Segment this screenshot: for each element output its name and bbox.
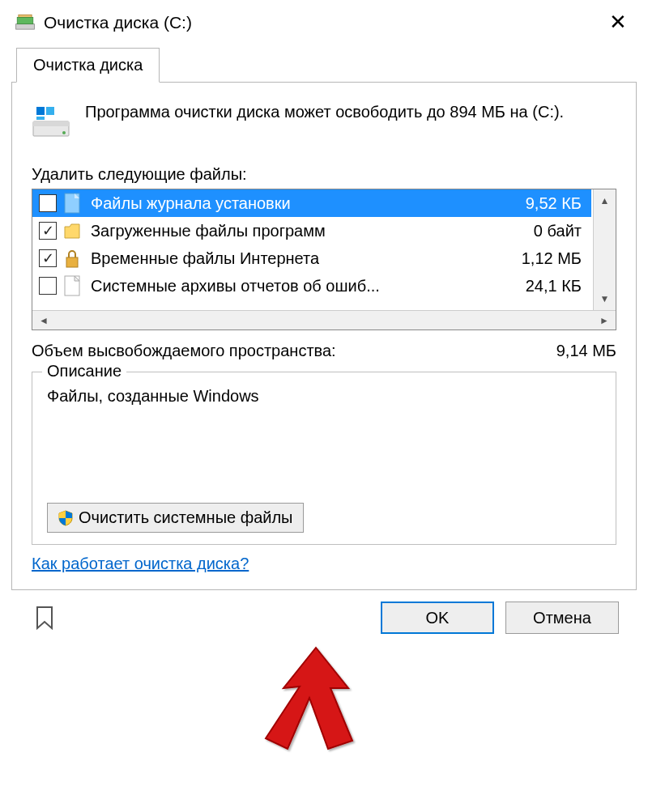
intro-text: Программа очистки диска может освободить… [85,100,564,142]
file-checkbox[interactable] [39,194,57,212]
titlebar-left: Очистка диска (C:) [15,12,192,33]
scroll-down-button[interactable]: ▼ [594,287,616,310]
titlebar: Очистка диска (C:) ✕ [0,0,648,43]
file-row[interactable]: Временные файлы Интернета1,12 МБ [32,244,591,272]
window-title: Очистка диска (C:) [44,13,192,32]
svg-rect-7 [46,107,54,115]
description-text: Файлы, созданные Windows [47,387,601,406]
horizontal-scrollbar[interactable]: ◄ ► [32,310,616,329]
shield-icon [58,510,74,526]
help-link[interactable]: Как работает очистка диска? [32,555,249,573]
file-row[interactable]: Файлы журнала установки9,52 КБ [32,189,591,217]
file-type-icon [63,275,81,296]
svg-rect-1 [19,15,32,17]
close-button[interactable]: ✕ [603,10,633,35]
file-name: Загруженные файлы программ [91,222,326,240]
button-bar: OK Отмена [11,590,637,634]
svg-rect-10 [66,257,78,267]
description-group: Описание Файлы, созданные Windows Очисти… [32,372,616,545]
file-size: 0 байт [534,222,582,240]
file-size: 1,12 МБ [522,249,582,268]
file-size: 9,52 КБ [526,194,582,213]
file-text: Загруженные файлы программ0 байт [87,220,586,242]
freed-value: 9,14 МБ [556,342,616,360]
tab-panel: Программа очистки диска может освободить… [11,82,637,590]
clean-system-files-label: Очистить системные файлы [79,508,293,527]
disk-icon [32,104,70,142]
scroll-up-button[interactable]: ▲ [594,189,616,212]
disk-cleanup-icon [15,12,36,33]
scroll-left-button[interactable]: ◄ [32,311,55,329]
file-name: Временные файлы Интернета [91,249,319,268]
tab-cleanup[interactable]: Очистка диска [16,48,160,83]
file-row[interactable]: Загруженные файлы программ0 байт [32,217,591,244]
freed-label: Объем высвобождаемого пространства: [32,342,336,360]
file-type-icon [63,220,81,241]
file-checkbox[interactable] [39,277,57,295]
file-list: Файлы журнала установки9,52 КБЗагруженны… [32,189,616,330]
freed-space-row: Объем высвобождаемого пространства: 9,14… [32,342,616,360]
file-checkbox[interactable] [39,249,57,267]
file-text: Временные файлы Интернета1,12 МБ [87,248,586,270]
svg-point-5 [62,131,66,134]
file-size: 24,1 КБ [526,277,582,295]
vertical-scrollbar[interactable]: ▲ ▼ [593,189,616,310]
file-name: Файлы журнала установки [91,194,291,213]
svg-rect-8 [36,117,45,120]
file-text: Системные архивы отчетов об ошиб...24,1 … [87,275,586,297]
file-type-icon [63,193,81,214]
svg-rect-6 [36,107,45,115]
file-checkbox[interactable] [39,222,57,240]
intro-row: Программа очистки диска может освободить… [32,100,616,142]
dialog-body: Очистка диска Программа очистки диска мо… [0,43,648,644]
svg-rect-0 [16,23,35,29]
description-legend: Описание [42,362,126,380]
annotation-arrow [259,640,373,753]
bookmark-icon[interactable] [34,606,55,630]
clean-system-files-button[interactable]: Очистить системные файлы [47,503,304,533]
scroll-right-button[interactable]: ► [593,311,616,329]
svg-rect-4 [33,121,69,126]
ok-button[interactable]: OK [381,602,494,634]
cancel-button[interactable]: Отмена [505,602,619,634]
file-type-icon [63,248,81,269]
delete-files-label: Удалить следующие файлы: [32,165,616,184]
tab-container: Очистка диска Программа очистки диска мо… [11,48,637,590]
file-text: Файлы журнала установки9,52 КБ [87,193,586,215]
file-name: Системные архивы отчетов об ошиб... [91,277,380,295]
svg-rect-2 [17,17,33,23]
file-row[interactable]: Системные архивы отчетов об ошиб...24,1 … [32,272,591,300]
